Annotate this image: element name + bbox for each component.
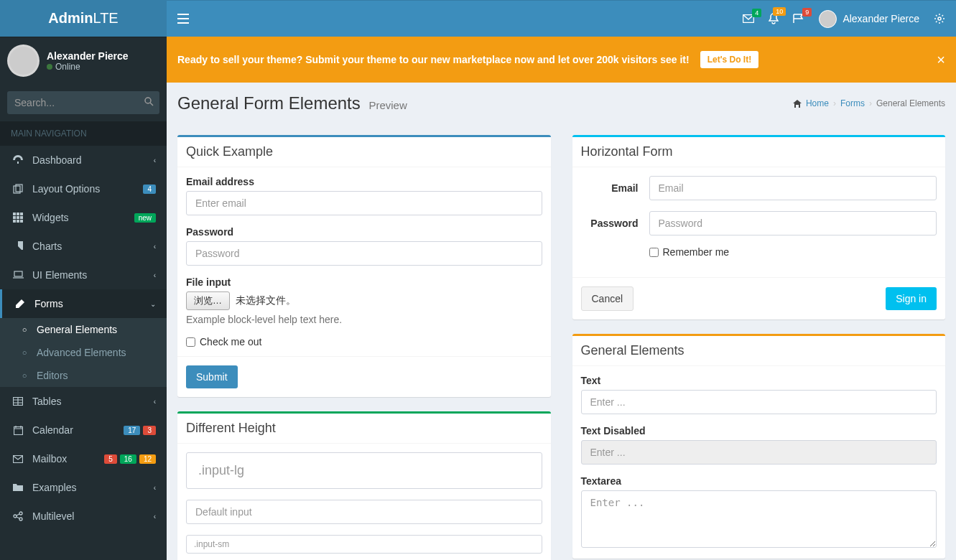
- sidebar-item-widgets[interactable]: Widgets new: [0, 203, 167, 232]
- th-icon: [11, 213, 25, 223]
- table-icon: [11, 397, 25, 406]
- quick-example-box: Quick Example Email address Password Fil…: [177, 135, 551, 397]
- general-elements-box: General Elements Text Text Disabled Text…: [572, 334, 946, 559]
- email-label: Email address: [186, 176, 542, 187]
- dashboard-icon: [11, 155, 25, 165]
- svg-rect-14: [13, 220, 16, 223]
- svg-point-22: [19, 512, 22, 515]
- svg-rect-19: [14, 426, 22, 434]
- sidebar-item-examples[interactable]: Examples ‹: [0, 473, 167, 502]
- breadcrumb-forms[interactable]: Forms: [840, 98, 865, 108]
- svg-point-4: [938, 17, 941, 20]
- avatar: [819, 10, 837, 28]
- mailbox-badge-2: 16: [120, 454, 136, 464]
- svg-rect-10: [20, 213, 23, 215]
- cancel-button[interactable]: Cancel: [581, 286, 634, 311]
- sidebar-item-tables[interactable]: Tables ‹: [0, 387, 167, 416]
- svg-rect-17: [14, 271, 22, 276]
- user-panel: Alexander Pierce Online: [0, 37, 167, 84]
- calendar-icon: [11, 426, 25, 435]
- hamburger-icon: [177, 14, 189, 24]
- sidebar-subitem-general[interactable]: ○ General Elements: [0, 318, 167, 341]
- sidebar-item-charts[interactable]: Charts ‹: [0, 232, 167, 261]
- marketplace-alert: Ready to sell your theme? Submit your th…: [167, 37, 956, 83]
- sidebar-search: [0, 84, 167, 121]
- textarea-input[interactable]: [581, 490, 937, 548]
- remember-me-checkbox[interactable]: Remember me: [649, 246, 937, 258]
- svg-rect-8: [13, 213, 16, 215]
- search-input[interactable]: [7, 91, 159, 114]
- text-input[interactable]: [581, 390, 937, 414]
- sidebar-item-calendar[interactable]: Calendar 17 3: [0, 416, 167, 444]
- messages-menu[interactable]: 4: [743, 14, 754, 23]
- signin-button[interactable]: Sign in: [886, 287, 937, 310]
- user-name-top: Alexander Pierce: [843, 13, 919, 24]
- sidebar-item-mailbox[interactable]: Mailbox 5 16 12: [0, 444, 167, 473]
- mailbox-badge-1: 5: [104, 454, 117, 464]
- horizontal-form-box: Horizontal Form Email Password: [572, 135, 946, 319]
- mailbox-badge-3: 12: [139, 454, 156, 464]
- file-browse-button[interactable]: 浏览…: [186, 291, 230, 310]
- svg-rect-9: [17, 213, 19, 215]
- notifications-badge: 10: [773, 7, 786, 16]
- h-password-input[interactable]: [649, 211, 937, 235]
- share-icon: [11, 511, 25, 521]
- sidebar-toggle[interactable]: [177, 14, 189, 24]
- svg-rect-0: [177, 14, 189, 15]
- submit-button[interactable]: Submit: [186, 365, 238, 388]
- search-button[interactable]: [144, 97, 154, 106]
- sidebar-item-ui[interactable]: UI Elements ‹: [0, 261, 167, 289]
- calendar-badge-2: 3: [143, 426, 156, 435]
- svg-rect-15: [17, 220, 19, 223]
- tasks-menu[interactable]: 9: [793, 14, 804, 24]
- alert-close-button[interactable]: ×: [937, 52, 945, 68]
- input-default[interactable]: [186, 500, 542, 524]
- file-label: File input: [186, 276, 542, 288]
- main-sidebar: Alexander Pierce Online MAIN NAVIGATION …: [0, 37, 167, 560]
- sidebar-user-status[interactable]: Online: [47, 62, 129, 72]
- sidebar-subitem-advanced[interactable]: ○ Advanced Elements: [0, 341, 167, 364]
- h-email-input[interactable]: [649, 176, 937, 200]
- brand-logo[interactable]: AdminLTE: [0, 0, 167, 37]
- layout-badge: 4: [143, 185, 156, 194]
- page-subtitle: Preview: [368, 99, 407, 111]
- h-email-label: Email: [581, 182, 639, 194]
- box-title: Quick Example: [186, 144, 273, 159]
- avatar: [7, 45, 40, 77]
- file-status-text: 未选择文件。: [236, 294, 296, 307]
- file-help-text: Example block-level help text here.: [186, 314, 542, 325]
- home-icon: [793, 100, 802, 108]
- chevron-left-icon: ‹: [154, 484, 156, 492]
- checkbox-checkmeout[interactable]: Check me out: [186, 336, 542, 347]
- sidebar-item-multilevel[interactable]: Multilevel ‹: [0, 502, 167, 531]
- svg-rect-16: [20, 220, 23, 223]
- widgets-badge: new: [134, 213, 156, 223]
- laptop-icon: [11, 271, 25, 279]
- control-sidebar-toggle[interactable]: [934, 13, 945, 24]
- box-title: Horizontal Form: [581, 144, 673, 159]
- svg-rect-11: [13, 216, 16, 219]
- page-title: General Form Elements Preview: [177, 93, 407, 113]
- input-sm[interactable]: [186, 535, 542, 554]
- sidebar-item-layout[interactable]: Layout Options 4: [0, 174, 167, 203]
- sidebar-item-dashboard[interactable]: Dashboard ‹: [0, 146, 167, 174]
- alert-action-button[interactable]: Let's Do It!: [700, 51, 759, 68]
- sidebar-item-forms[interactable]: Forms ⌄: [0, 289, 167, 318]
- sidebar-subitem-editors[interactable]: ○ Editors: [0, 364, 167, 387]
- notifications-menu[interactable]: 10: [769, 13, 779, 24]
- tasks-badge: 9: [802, 8, 812, 17]
- svg-point-23: [19, 518, 22, 521]
- chevron-left-icon: ‹: [154, 271, 156, 279]
- box-title: General Elements: [581, 343, 684, 358]
- input-lg[interactable]: [186, 452, 542, 489]
- svg-rect-2: [177, 22, 189, 24]
- email-input[interactable]: [186, 191, 542, 215]
- text-disabled-input: [581, 440, 937, 465]
- password-label: Password: [186, 226, 542, 238]
- svg-rect-13: [20, 216, 23, 219]
- edit-icon: [13, 299, 27, 309]
- circle-icon: ○: [18, 371, 31, 380]
- user-menu[interactable]: Alexander Pierce: [819, 10, 919, 28]
- breadcrumb-home[interactable]: Home: [806, 98, 829, 108]
- password-input[interactable]: [186, 241, 542, 266]
